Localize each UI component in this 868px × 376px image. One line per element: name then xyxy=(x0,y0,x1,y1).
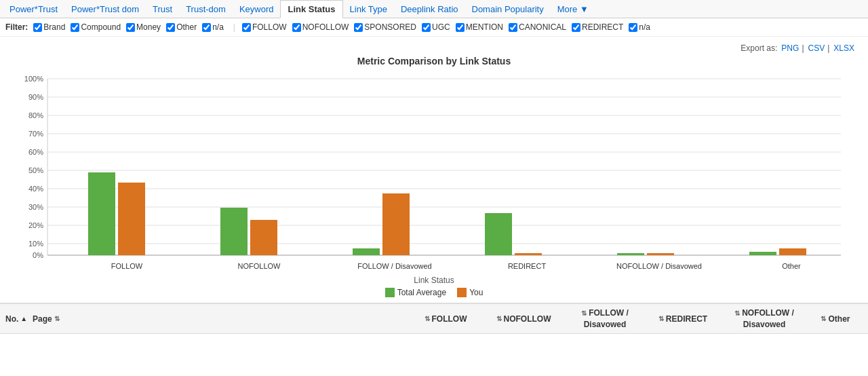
filter-ugc[interactable]: UGC xyxy=(422,22,450,32)
filter-mention[interactable]: MENTION xyxy=(456,22,503,32)
export-label: Export as: xyxy=(741,43,777,53)
svg-text:90%: 90% xyxy=(28,93,43,101)
filter-canonical[interactable]: CANONICAL xyxy=(509,22,566,32)
th-other[interactable]: ⇅ Other xyxy=(808,314,863,324)
th-follow[interactable]: ⇅ FOLLOW xyxy=(408,314,483,324)
x-label-follow-dis: FOLLOW / Disavowed xyxy=(357,262,431,270)
x-label-nofollow-dis: NOFOLLOW / Disavowed xyxy=(616,262,702,270)
filter-na-anchor-checkbox[interactable] xyxy=(202,23,211,32)
filter-na-link-checkbox[interactable] xyxy=(629,23,637,32)
tab-trust-dom[interactable]: Trust-dom xyxy=(179,1,233,18)
filter-money[interactable]: Money xyxy=(126,22,161,32)
bar-chart: 100% 90% 80% 70% 60% 50% 40% 30% 20% 10%… xyxy=(14,72,854,276)
svg-text:50%: 50% xyxy=(28,166,43,174)
filter-compound-checkbox[interactable] xyxy=(71,23,79,32)
filter-redirect-label: REDIRECT xyxy=(582,22,623,32)
export-xlsx[interactable]: XLSX xyxy=(833,43,854,53)
filter-other[interactable]: Other xyxy=(166,22,197,32)
th-page-label: Page xyxy=(33,314,52,324)
filter-mention-label: MENTION xyxy=(466,22,503,32)
x-label-other: Other xyxy=(782,262,801,270)
bar-redirect-total xyxy=(485,213,512,255)
legend-total-avg: Total Average xyxy=(385,288,447,297)
th-nofollow[interactable]: ⇅ NOFOLLOW xyxy=(483,314,564,324)
filter-redirect[interactable]: REDIRECT xyxy=(572,22,623,32)
table-header: No. ▲ Page ⇅ ⇅ FOLLOW ⇅ NOFOLLOW ⇅ FOLLO… xyxy=(0,303,868,334)
x-label-nofollow: NOFOLLOW xyxy=(238,262,281,270)
legend-total-avg-color xyxy=(385,288,395,297)
th-follow-dis-label: FOLLOW / xyxy=(589,308,629,318)
legend-area: Link Status Total Average You xyxy=(14,276,854,297)
x-label-redirect: REDIRECT xyxy=(508,262,547,270)
filter-money-checkbox[interactable] xyxy=(126,23,135,32)
filter-other-checkbox[interactable] xyxy=(166,23,175,32)
tab-trust[interactable]: Trust xyxy=(146,1,179,18)
filter-follow[interactable]: FOLLOW xyxy=(242,22,287,32)
svg-text:40%: 40% xyxy=(28,185,43,193)
filter-canonical-checkbox[interactable] xyxy=(509,23,517,32)
sort-page-icon: ⇅ xyxy=(54,315,60,322)
filter-compound-label: Compound xyxy=(81,22,121,32)
filter-compound[interactable]: Compound xyxy=(71,22,121,32)
th-redirect[interactable]: ⇅ REDIRECT xyxy=(646,314,720,324)
legend-total-avg-label: Total Average xyxy=(397,288,447,297)
tab-link-type[interactable]: Link Type xyxy=(343,1,394,18)
tab-power-trust-dom[interactable]: Power*Trust dom xyxy=(64,1,146,18)
svg-text:0%: 0% xyxy=(33,251,43,259)
sort-follow-dis-icon: ⇅ xyxy=(581,309,587,317)
sort-no-icon: ▲ xyxy=(20,315,27,322)
export-csv[interactable]: CSV xyxy=(808,43,825,53)
filter-nofollow-checkbox[interactable] xyxy=(292,23,301,32)
filter-ugc-checkbox[interactable] xyxy=(422,23,431,32)
tab-more[interactable]: More ▼ xyxy=(551,1,595,18)
svg-text:100%: 100% xyxy=(24,75,43,83)
filter-nofollow[interactable]: NOFOLLOW xyxy=(292,22,349,32)
export-sep-1: | xyxy=(802,43,804,53)
bar-follow-you xyxy=(118,183,145,255)
th-nofollow-dis-label: NOFOLLOW / xyxy=(742,308,794,318)
nav-tabs: Power*Trust Power*Trust dom Trust Trust-… xyxy=(0,0,868,18)
tab-keyword[interactable]: Keyword xyxy=(233,1,281,18)
bar-follow-dis-total xyxy=(353,248,380,255)
th-nofollow-label: NOFOLLOW xyxy=(504,314,551,324)
filter-other-label: Other xyxy=(176,22,197,32)
bar-group-redirect: REDIRECT xyxy=(485,213,546,270)
export-sep-2: | xyxy=(827,43,829,53)
th-follow-dis-label2: Disavowed xyxy=(584,320,627,329)
filter-canonical-label: CANONICAL xyxy=(519,22,566,32)
sort-redirect-icon: ⇅ xyxy=(658,315,664,322)
tab-domain-popularity[interactable]: Domain Popularity xyxy=(465,1,551,18)
svg-text:70%: 70% xyxy=(28,130,43,138)
filter-sponsored-checkbox[interactable] xyxy=(354,23,363,32)
tab-power-trust[interactable]: Power*Trust xyxy=(3,1,64,18)
filter-nofollow-label: NOFOLLOW xyxy=(302,22,349,32)
th-redirect-label: REDIRECT xyxy=(666,314,707,324)
tab-deeplink-ratio[interactable]: Deeplink Ratio xyxy=(394,1,465,18)
filter-brand-checkbox[interactable] xyxy=(33,23,42,32)
filter-mention-checkbox[interactable] xyxy=(456,23,465,32)
th-no[interactable]: No. ▲ xyxy=(5,314,33,324)
filter-sponsored[interactable]: SPONSORED xyxy=(354,22,416,32)
legend-you-label: You xyxy=(469,288,483,297)
x-label-follow: FOLLOW xyxy=(111,262,143,270)
filter-redirect-checkbox[interactable] xyxy=(572,23,580,32)
th-follow-disavowed[interactable]: ⇅ FOLLOW / Disavowed xyxy=(564,308,646,329)
bar-nofollow-total xyxy=(220,208,248,255)
bar-follow-total xyxy=(88,172,115,255)
filter-follow-checkbox[interactable] xyxy=(242,23,251,32)
th-nofollow-dis-label2: Disavowed xyxy=(743,320,786,329)
bar-nofollow-dis-total xyxy=(617,253,644,255)
bar-group-nofollow: NOFOLLOW xyxy=(220,208,281,270)
filter-na-anchor[interactable]: n/a xyxy=(202,22,224,32)
filter-label: Filter: xyxy=(5,22,28,32)
bar-group-nofollow-disavowed: NOFOLLOW / Disavowed xyxy=(616,253,702,270)
filter-ugc-label: UGC xyxy=(432,22,450,32)
export-png[interactable]: PNG xyxy=(781,43,799,53)
filter-row: Filter: Brand Compound Money Other n/a |… xyxy=(0,18,868,37)
th-no-label: No. xyxy=(5,314,18,324)
th-page[interactable]: Page ⇅ xyxy=(33,314,408,324)
filter-brand[interactable]: Brand xyxy=(33,22,65,32)
tab-link-status[interactable]: Link Status xyxy=(280,0,342,18)
filter-na-link[interactable]: n/a xyxy=(629,22,650,32)
th-nofollow-disavowed[interactable]: ⇅ NOFOLLOW / Disavowed xyxy=(720,308,808,329)
